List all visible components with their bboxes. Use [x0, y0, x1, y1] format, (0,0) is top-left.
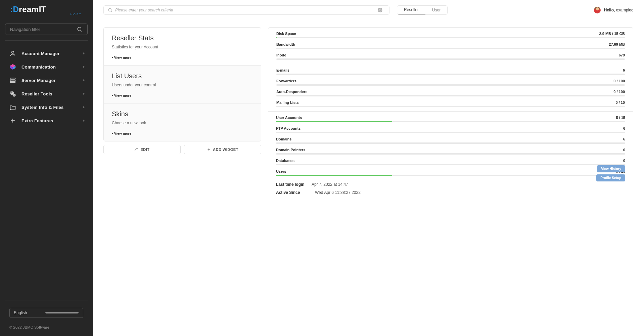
chevron-left-icon — [83, 79, 85, 81]
stat-value: 6 — [623, 137, 625, 141]
widgets-panel: Reseller StatsStatistics for your Accoun… — [103, 27, 261, 141]
topbar: Reseller User Hello, examplec — [93, 0, 644, 20]
widget-card[interactable]: List UsersUsers under your controlView m… — [104, 65, 261, 103]
svg-point-15 — [108, 8, 111, 11]
sidebar-item-system-info-files[interactable]: System Info & Files — [0, 100, 93, 114]
last-login-label: Last time login — [276, 182, 310, 187]
chevron-left-icon — [83, 106, 85, 108]
cube-icon — [9, 64, 16, 70]
copyright: © 2022 JBMC Software — [9, 325, 83, 329]
role-switch: Reseller User — [397, 5, 448, 15]
stat-row: Auto-Responders0 / 100 — [268, 88, 633, 98]
edit-label: EDIT — [140, 148, 149, 152]
sidebar-item-label: Communication — [21, 65, 83, 70]
svg-line-16 — [111, 11, 112, 12]
progress-bar — [276, 164, 625, 165]
svg-rect-8 — [10, 81, 15, 82]
stat-row: Mailing Lists0 / 10 — [268, 98, 633, 109]
progress-bar — [276, 106, 625, 107]
stat-row: User Accounts5 / 15 — [268, 114, 633, 124]
chevron-left-icon — [83, 93, 85, 95]
server-icon — [9, 77, 16, 84]
progress-bar — [276, 58, 625, 60]
sidebar-item-reseller-tools[interactable]: Reseller Tools — [0, 87, 93, 100]
stat-row: Domains6 — [268, 135, 633, 146]
gear-icon[interactable] — [378, 8, 382, 12]
sidebar-item-communication[interactable]: Communication — [0, 60, 93, 74]
stat-row: Databases0 — [268, 157, 633, 167]
active-since-value: Wed Apr 6 11:38:27 2022 — [315, 190, 361, 195]
svg-rect-6 — [10, 78, 15, 79]
search-box[interactable] — [103, 5, 389, 15]
sidebar-item-server-manager[interactable]: Server Manager — [0, 74, 93, 87]
progress-bar — [276, 37, 625, 38]
progress-bar — [276, 121, 625, 122]
search-input[interactable] — [115, 8, 378, 12]
main: Reseller User Hello, examplec Reseller S… — [93, 0, 644, 336]
stats-section-3: User Accounts5 / 15FTP Accounts6Domains6… — [268, 112, 633, 178]
user-icon — [9, 50, 16, 57]
stat-value: 0 — [623, 159, 625, 163]
stat-label: Users — [276, 169, 286, 173]
view-history-button[interactable]: View History — [597, 165, 625, 172]
chevron-left-icon — [83, 66, 85, 68]
chevron-left-icon — [83, 52, 85, 54]
nav-filter[interactable] — [5, 24, 88, 35]
pencil-icon — [134, 148, 138, 152]
stat-label: Auto-Responders — [276, 90, 307, 94]
widget-card[interactable]: Reseller StatsStatistics for your Accoun… — [104, 28, 261, 65]
sidebar-item-label: Reseller Tools — [21, 91, 83, 96]
caret-down-icon — [45, 312, 79, 313]
svg-point-0 — [78, 27, 81, 31]
view-more-link[interactable]: View more — [112, 94, 131, 97]
plus-icon — [9, 117, 16, 124]
widget-title: Skins — [112, 110, 253, 118]
stat-value: 5 / 15 — [616, 116, 625, 120]
stat-value: 0 — [623, 148, 625, 152]
progress-bar — [276, 132, 625, 133]
sidebar-item-extra-features[interactable]: Extra Features — [0, 114, 93, 127]
profile-setup-button[interactable]: Profile Setup — [596, 174, 625, 181]
stat-label: Forwarders — [276, 79, 296, 83]
login-info: Last time login Apr 7, 2022 at 14:47 Act… — [268, 178, 633, 200]
stat-row: Disk Space2.9 MB / 15 GB — [268, 30, 633, 40]
divider — [5, 40, 88, 41]
progress-bar — [276, 153, 625, 155]
sidebar-item-label: System Info & Files — [21, 105, 83, 110]
stat-row: Bandwidth27.69 MB — [268, 40, 633, 51]
view-more-link[interactable]: View more — [112, 56, 131, 59]
svg-point-2 — [12, 51, 14, 53]
language-select[interactable]: English — [9, 308, 83, 318]
edit-button[interactable]: EDIT — [103, 145, 181, 154]
widget-card[interactable]: SkinsChoose a new lookView more — [104, 103, 261, 141]
chevron-left-icon — [83, 120, 85, 122]
add-widget-button[interactable]: ADD WIDGET — [184, 145, 261, 154]
stat-label: Bandwidth — [276, 42, 295, 46]
sidebar-item-account-manager[interactable]: Account Manager — [0, 47, 93, 60]
sidebar: :DreamIT HOST Account ManagerCommunicati… — [0, 0, 93, 336]
stats-panel: Disk Space2.9 MB / 15 GBBandwidth27.69 M… — [268, 27, 633, 112]
progress-bar — [276, 74, 625, 75]
stat-row: E-mails6 — [268, 66, 633, 77]
avatar — [594, 7, 601, 13]
stat-label: Disk Space — [276, 32, 296, 36]
stat-label: Databases — [276, 159, 294, 163]
stat-label: FTP Accounts — [276, 126, 301, 130]
stat-value: 0 / 10 — [615, 100, 625, 104]
stat-label: Domain Pointers — [276, 148, 305, 152]
role-reseller[interactable]: Reseller — [397, 6, 425, 14]
gear-icon — [9, 90, 16, 97]
stat-value: 679 — [619, 53, 625, 57]
nav-filter-input[interactable] — [10, 27, 77, 32]
svg-point-9 — [11, 92, 13, 94]
view-more-link[interactable]: View more — [112, 132, 131, 135]
stat-value: 27.69 MB — [609, 42, 625, 46]
stat-row: Users5 / 15 — [268, 167, 633, 178]
stat-row: Inode679 — [268, 51, 633, 62]
progress-bar — [276, 84, 625, 86]
role-user[interactable]: User — [425, 6, 447, 14]
user-block[interactable]: Hello, examplec — [594, 7, 633, 13]
widget-desc: Statistics for your Account — [112, 45, 253, 49]
widget-title: List Users — [112, 72, 253, 80]
plus-icon — [207, 148, 211, 152]
